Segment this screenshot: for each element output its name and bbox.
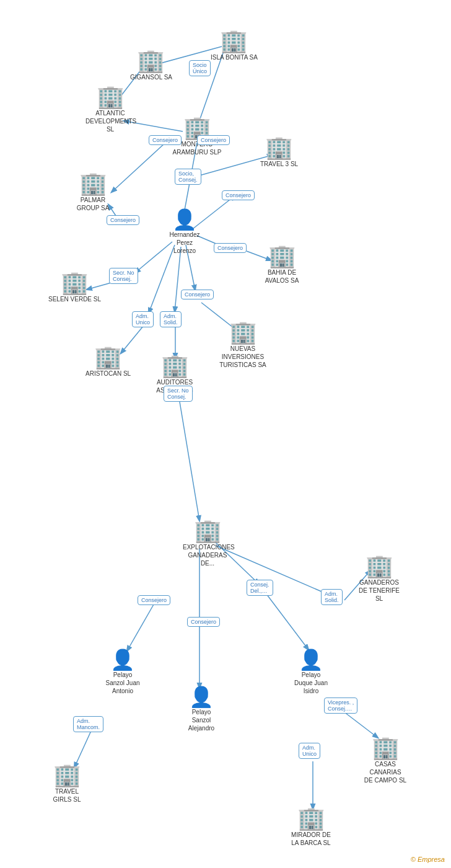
- label-gigansol: GIGANSOL SA: [130, 73, 172, 81]
- label-selen: SELEN VERDE SL: [48, 295, 101, 303]
- badge-consej-del: Consej.Del.,…: [247, 580, 273, 596]
- node-pelayo-sanzol-antonio[interactable]: 👤 PelayoSanzol JuanAntonio: [98, 650, 147, 695]
- label-aristocan: ARISTOCAN SL: [85, 370, 131, 378]
- node-aristocan[interactable]: 🏢 ARISTOCAN SL: [85, 346, 131, 378]
- label-hernandez: HernandezPerezLorenzo: [160, 231, 209, 255]
- building-icon-palmar: 🏢: [79, 172, 107, 195]
- label-pelayo-antonio: PelayoSanzol JuanAntonio: [98, 671, 147, 695]
- node-casas-canarias[interactable]: 🏢 CASASCANARIASDE CAMPO SL: [361, 737, 410, 784]
- building-icon-casas: 🏢: [372, 737, 400, 759]
- node-mirador[interactable]: 🏢 MIRADOR DELA BARCA SL: [286, 807, 336, 847]
- node-isla-bonita[interactable]: 🏢 ISLA BONITA SA: [211, 30, 258, 61]
- building-icon-atlantic: 🏢: [97, 86, 125, 108]
- person-icon-pelayo-antonio: 👤: [110, 650, 135, 670]
- node-pelayo-duque[interactable]: 👤 PelayoDuque JuanIsidro: [286, 650, 336, 695]
- building-icon-bahia: 🏢: [268, 245, 296, 267]
- svg-line-28: [344, 712, 378, 738]
- badge-adm-unico-1: Adm.Unico: [132, 311, 154, 327]
- building-icon-ganaderos: 🏢: [366, 555, 393, 577]
- label-pelayo-duque: PelayoDuque JuanIsidro: [286, 671, 336, 695]
- svg-line-23: [127, 604, 154, 651]
- node-palmar[interactable]: 🏢 PALMARGROUP SA: [68, 172, 118, 212]
- label-travel3: TRAVEL 3 SL: [260, 160, 298, 168]
- node-gigansol[interactable]: 🏢 GIGANSOL SA: [130, 50, 172, 81]
- building-icon-aristocan: 🏢: [94, 346, 122, 368]
- building-icon-travel-girls: 🏢: [53, 764, 81, 786]
- person-icon-pelayo-duque: 👤: [299, 650, 323, 670]
- diagram-container: 🏢 ISLA BONITA SA 🏢 GIGANSOL SA 🏢 ATLANTI…: [0, 0, 451, 868]
- node-ganaderos[interactable]: 🏢 GANADEROSDE TENERIFE SL: [354, 555, 404, 603]
- label-pelayo-alejandro: PelayoSanzolAlejandro: [177, 708, 226, 732]
- svg-line-17: [175, 247, 181, 312]
- badge-consejero-6: Consejero: [181, 290, 214, 299]
- badge-adm-solid-2: Adm.Solid.: [321, 589, 343, 605]
- node-explotaciones[interactable]: 🏢 EXPLOTACIONESGANADERASDE...: [183, 520, 232, 567]
- building-icon-selen: 🏢: [61, 272, 89, 294]
- badge-consejero-1: Consejero: [149, 135, 182, 145]
- badge-adm-unico-2: Adm.Unico: [299, 743, 320, 759]
- label-travel-girls: TRAVELGIRLS SL: [42, 787, 92, 804]
- node-selen[interactable]: 🏢 SELEN VERDE SL: [48, 272, 101, 303]
- label-isla-bonita: ISLA BONITA SA: [211, 53, 258, 61]
- badge-socio-unico: SocioÚnico: [189, 60, 211, 76]
- svg-line-19: [180, 402, 199, 521]
- label-explotaciones: EXPLOTACIONESGANADERASDE...: [183, 543, 232, 567]
- node-hernandez[interactable]: 👤 HernandezPerezLorenzo: [160, 210, 209, 255]
- label-nuevas: NUEVASINVERSIONESTURISTICAS SA: [218, 345, 268, 369]
- label-atlantic: ATLANTICDEVELOPMENTS SL: [85, 109, 135, 133]
- building-icon-nuevas: 🏢: [229, 321, 257, 343]
- label-ganaderos: GANADEROSDE TENERIFE SL: [354, 578, 404, 603]
- label-palmar: PALMARGROUP SA: [68, 196, 118, 212]
- badge-consejero-5: Consejero: [214, 243, 247, 253]
- watermark: © Empresa: [411, 856, 445, 863]
- label-mirador: MIRADOR DELA BARCA SL: [286, 831, 336, 847]
- label-casas: CASASCANARIASDE CAMPO SL: [361, 760, 410, 784]
- building-icon-travel3: 🏢: [265, 136, 293, 159]
- badge-secr-no-consej-2: Secr. NoConsej.: [164, 386, 193, 402]
- building-icon-auditores: 🏢: [161, 355, 189, 377]
- building-icon-mirador: 🏢: [297, 807, 325, 830]
- person-icon-hernandez: 👤: [172, 210, 197, 229]
- badge-consejero-4: Consejero: [107, 215, 139, 225]
- node-travel3[interactable]: 🏢 TRAVEL 3 SL: [260, 136, 298, 168]
- building-icon-explotaciones: 🏢: [194, 520, 222, 542]
- badge-adm-solid-1: Adm.Solid.: [160, 311, 182, 327]
- badge-adm-mancom: Adm.Mancom.: [73, 716, 103, 732]
- badge-vicepres: Vicepres. ,Consej.…: [324, 698, 357, 714]
- badge-consejero-8: Consejero: [187, 617, 220, 627]
- node-nuevas[interactable]: 🏢 NUEVASINVERSIONESTURISTICAS SA: [218, 321, 268, 369]
- badge-consejero-3: Consejero: [222, 190, 255, 200]
- badge-consejero-7: Consejero: [138, 595, 170, 605]
- person-icon-pelayo-alejandro: 👤: [189, 687, 214, 707]
- node-bahia[interactable]: 🏢 BAHIA DEAVALOS SA: [257, 245, 307, 285]
- svg-line-26: [266, 594, 309, 650]
- building-icon-gigansol: 🏢: [137, 50, 165, 72]
- building-icon-isla-bonita: 🏢: [220, 30, 248, 52]
- svg-line-6: [112, 144, 164, 192]
- node-travel-girls[interactable]: 🏢 TRAVELGIRLS SL: [42, 764, 92, 804]
- node-atlantic[interactable]: 🏢 ATLANTICDEVELOPMENTS SL: [85, 86, 135, 133]
- svg-line-15: [149, 245, 175, 313]
- node-pelayo-sanzol-alejandro[interactable]: 👤 PelayoSanzolAlejandro: [177, 687, 226, 732]
- badge-consejero-2: Consejero: [197, 135, 230, 145]
- badge-socio-consej: Socio,Consej.: [175, 169, 201, 185]
- label-bahia: BAHIA DEAVALOS SA: [257, 268, 307, 285]
- badge-secr-no-consej-1: Secr. NoConsej.: [109, 268, 138, 284]
